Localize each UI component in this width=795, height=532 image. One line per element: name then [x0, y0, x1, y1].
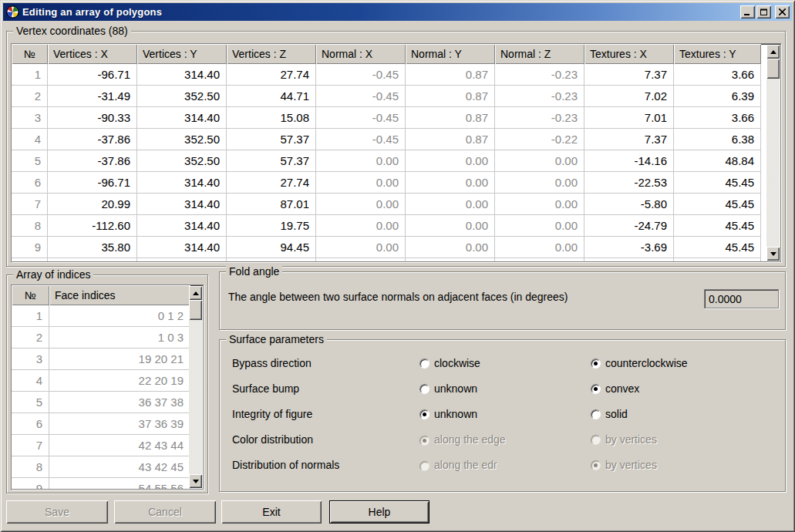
- indices-table-cell[interactable]: 2: [12, 327, 49, 348]
- scroll-down-button[interactable]: [189, 474, 202, 488]
- scrollbar-thumb[interactable]: [766, 59, 780, 79]
- vertex-table-cell[interactable]: 48.84: [674, 150, 761, 172]
- vertex-table-cell[interactable]: 3.66: [674, 64, 761, 86]
- vertex-table-cell[interactable]: 314.40: [137, 215, 227, 237]
- vertex-table-cell[interactable]: 0.87: [406, 64, 495, 86]
- exit-button[interactable]: Exit: [221, 500, 322, 524]
- indices-table-cell[interactable]: 19 20 21: [49, 348, 190, 370]
- vertex-table-cell[interactable]: 0.00: [316, 150, 406, 172]
- maximize-button[interactable]: [756, 5, 771, 19]
- vertex-table-cell[interactable]: 7.37: [584, 129, 674, 150]
- indices-table-cell[interactable]: 0 1 2: [49, 305, 190, 327]
- vertex-table-cell[interactable]: -24.79: [584, 215, 674, 237]
- radio-option[interactable]: unknown: [419, 382, 477, 395]
- indices-table-cell[interactable]: 37 36 39: [49, 413, 190, 435]
- vertex-table-cell[interactable]: 57.37: [227, 129, 316, 150]
- vertex-table-cell[interactable]: -0.45: [316, 107, 406, 129]
- vertex-table-cell[interactable]: 0.00: [406, 237, 495, 258]
- vertex-table-cell[interactable]: 314.40: [137, 237, 227, 258]
- vertex-table-cell[interactable]: 6.38: [674, 129, 761, 150]
- vertex-table-cell[interactable]: -0.45: [316, 129, 406, 150]
- scroll-up-button[interactable]: [189, 286, 202, 300]
- vertex-table-column-header[interactable]: Textures : Y: [674, 44, 761, 64]
- titlebar[interactable]: Editing an array of polygons: [3, 3, 792, 21]
- app-color-wheel-icon[interactable]: [6, 5, 19, 19]
- vertex-table-cell[interactable]: 10.75: [227, 258, 316, 262]
- indices-table-cell[interactable]: 7: [12, 435, 49, 456]
- vertex-table-cell[interactable]: 0.87: [406, 86, 495, 107]
- vertex-table-cell[interactable]: -37.86: [48, 150, 137, 172]
- vertex-table-cell[interactable]: 57.37: [227, 150, 316, 172]
- vertex-table-cell[interactable]: 264.40: [137, 258, 227, 262]
- vertex-table-cell[interactable]: -22.53: [584, 172, 674, 194]
- vertex-table-cell[interactable]: -0.23: [495, 64, 584, 86]
- vertex-table-cell[interactable]: -143.60: [48, 258, 137, 262]
- vertex-table-cell[interactable]: 0.00: [495, 258, 584, 262]
- indices-table-cell[interactable]: 54 55 56: [49, 478, 190, 490]
- vertex-table-cell[interactable]: 0.87: [406, 107, 495, 129]
- vertex-table-cell[interactable]: 0.00: [316, 172, 406, 194]
- scroll-up-button[interactable]: [766, 45, 780, 59]
- vertex-table-cell[interactable]: 0.00: [495, 237, 584, 258]
- vertex-table-cell[interactable]: 45.45: [674, 215, 761, 237]
- vertex-table-cell[interactable]: 7.01: [584, 107, 674, 129]
- vertex-table-cell[interactable]: 7.02: [584, 86, 674, 107]
- vertex-table-cell[interactable]: -0.23: [495, 107, 584, 129]
- vertex-table-cell[interactable]: 0.00: [316, 215, 406, 237]
- radio-option[interactable]: clockwise: [419, 357, 480, 369]
- vertex-table-cell[interactable]: 352.50: [137, 129, 227, 150]
- indices-table-column-header[interactable]: Face indices: [49, 285, 190, 305]
- vertex-table-cell[interactable]: 0.00: [406, 150, 495, 172]
- vertex-table-cell[interactable]: -112.60: [48, 215, 137, 237]
- vertex-table-column-header[interactable]: Normal : X: [316, 44, 406, 64]
- vertex-table-cell[interactable]: 2: [12, 86, 48, 107]
- vertex-table-cell[interactable]: 94.45: [227, 237, 316, 258]
- radio-option[interactable]: solid: [591, 408, 628, 420]
- vertex-table-cell[interactable]: 0.00: [316, 258, 406, 262]
- vertex-table-cell[interactable]: -0.22: [495, 129, 584, 150]
- minimize-button[interactable]: [740, 5, 755, 19]
- vertex-table-column-header[interactable]: Vertices : Z: [227, 44, 316, 64]
- vertex-table-cell[interactable]: 19.75: [227, 215, 316, 237]
- indices-table-cell[interactable]: 4: [12, 370, 49, 392]
- vertex-table-cell[interactable]: 0.00: [406, 194, 495, 215]
- vertex-table-cell[interactable]: 7: [12, 194, 48, 215]
- indices-table-cell[interactable]: 22 20 19: [49, 370, 190, 392]
- indices-table-cell[interactable]: 43 42 45: [49, 456, 190, 478]
- vertex-table-cell[interactable]: 0.00: [406, 258, 495, 262]
- vertex-table-column-header[interactable]: Vertices : Y: [137, 44, 227, 64]
- radio-option[interactable]: counterclockwise: [591, 357, 688, 369]
- vertex-table-cell[interactable]: 44.71: [227, 86, 316, 107]
- vertex-table-column-header[interactable]: №: [12, 44, 48, 64]
- vertex-table-cell[interactable]: 314.40: [137, 172, 227, 194]
- indices-table-cell[interactable]: 36 37 38: [49, 392, 190, 413]
- vertex-table-cell[interactable]: -0.45: [316, 64, 406, 86]
- vertex-table-cell[interactable]: 9: [12, 237, 48, 258]
- vertex-table-cell[interactable]: 314.40: [137, 107, 227, 129]
- vertex-table-cell[interactable]: 10: [12, 258, 48, 262]
- vertex-table-cell[interactable]: 0.00: [495, 215, 584, 237]
- vertex-table-cell[interactable]: 314.40: [137, 64, 227, 86]
- indices-table-cell[interactable]: 42 43 44: [49, 435, 190, 456]
- vertex-table-column-header[interactable]: Normal : Z: [495, 44, 584, 64]
- help-button[interactable]: Help: [329, 500, 430, 524]
- radio-option[interactable]: convex: [591, 382, 639, 395]
- indices-table-cell[interactable]: 8: [12, 456, 49, 478]
- vertex-table-cell[interactable]: 27.74: [227, 172, 316, 194]
- vertex-table-cell[interactable]: 35.80: [48, 237, 137, 258]
- vertex-table-cell[interactable]: 0.00: [406, 172, 495, 194]
- vertex-table-cell[interactable]: 0.00: [316, 194, 406, 215]
- vertex-table-cell[interactable]: 3: [12, 107, 48, 129]
- vertex-table-cell[interactable]: 0.00: [495, 150, 584, 172]
- vertex-table-cell[interactable]: 20.99: [48, 194, 137, 215]
- vertex-table-cell[interactable]: -90.33: [48, 107, 137, 129]
- indices-table-cell[interactable]: 6: [12, 413, 49, 435]
- vertex-table-cell[interactable]: 314.40: [137, 194, 227, 215]
- vertex-table-cell[interactable]: -14.16: [584, 150, 674, 172]
- vertex-table-cell[interactable]: 0.00: [495, 194, 584, 215]
- indices-table-cell[interactable]: 3: [12, 348, 49, 370]
- vertex-table-cell[interactable]: 45.45: [674, 194, 761, 215]
- vertex-table-cell[interactable]: 5: [12, 150, 48, 172]
- vertex-table-cell[interactable]: 87.01: [227, 194, 316, 215]
- vertex-table-cell[interactable]: 4: [12, 129, 48, 150]
